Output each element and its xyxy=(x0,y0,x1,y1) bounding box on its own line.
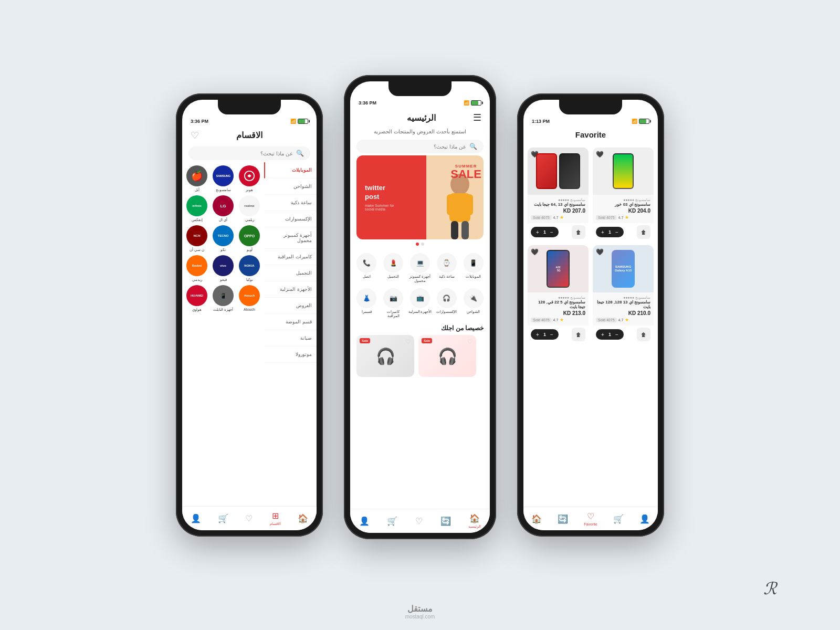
sidebar-item-offers[interactable]: العروض xyxy=(264,298,316,314)
cat-call[interactable]: 📞 اتصل xyxy=(354,253,379,283)
fav-card-2[interactable]: 🖤 سامسونج ●●●●● سامسونج اي 13 ,64 xyxy=(528,148,589,241)
nav-cart-2[interactable]: 🛒 xyxy=(387,516,397,526)
sidebar-item-motorola[interactable]: موتورولا xyxy=(264,346,316,363)
cat-chargers[interactable]: 🔌 الشواحن xyxy=(461,288,486,318)
sidebar-item-accessories[interactable]: الإكسسوارات xyxy=(264,211,316,227)
qty-minus-4[interactable]: − xyxy=(548,331,555,338)
search-input-1[interactable] xyxy=(195,151,293,156)
brand-infinix[interactable]: infinix إنفكس xyxy=(185,195,208,222)
sidebar-item-appliances[interactable]: الأجهزة المنزلية xyxy=(264,281,316,298)
cat-accessories-label: الإكسسوارات xyxy=(436,310,457,314)
cat-mobiles-label: الموبايلات xyxy=(466,275,481,279)
trash-btn-4[interactable]: 🗑 xyxy=(572,328,585,341)
brand-nokia[interactable]: NOKIA نوكيا xyxy=(238,255,261,282)
brand-samsung[interactable]: SAMSUNG سامسونج xyxy=(212,165,235,192)
fav-heart-3[interactable]: 🖤 xyxy=(596,248,604,256)
search-bar-2[interactable]: 🔍 xyxy=(356,140,484,153)
fav-heart-4[interactable]: 🖤 xyxy=(531,248,539,256)
cat-accessories[interactable]: 🎧 الإكسسوارات xyxy=(434,288,459,318)
nav-home-2[interactable]: 🏠 الرئيسيه xyxy=(468,513,481,529)
nav-wishlist-2[interactable]: ♡ xyxy=(415,516,423,526)
brand-huawei[interactable]: HUAWEI هواوي xyxy=(185,285,208,312)
nav-cart-3[interactable]: 🛒 xyxy=(613,514,624,524)
sidebar-item-beauty[interactable]: التجميل xyxy=(264,265,316,281)
qty-minus-1[interactable]: − xyxy=(613,228,621,236)
wishlist-icon-1[interactable]: ♡ xyxy=(191,130,199,141)
qty-plus-2[interactable]: + xyxy=(534,228,541,236)
brand-apple[interactable]: 🍎 أبل xyxy=(185,165,208,192)
brand-apple-logo: 🍎 xyxy=(186,165,207,186)
nav-home-3[interactable]: 🏠 xyxy=(531,514,542,524)
fav-brand-4: سامسونج ●●●●● xyxy=(531,296,585,300)
brand-tecno[interactable]: TECNO نكو xyxy=(212,225,235,252)
sidebar-item-cameras[interactable]: كاميرات المراقبة xyxy=(264,249,316,265)
cat-appliances[interactable]: 📺 الأجهزة المنزلية xyxy=(408,288,433,318)
qty-plus-3[interactable]: + xyxy=(599,331,606,338)
fav-img-2: 🖤 xyxy=(528,148,589,195)
banner-subtitle: make Summer forsocial media xyxy=(365,204,418,211)
nav-profile-2[interactable]: 👤 xyxy=(359,516,370,526)
r-logo: ℛ xyxy=(763,579,777,598)
dot-2 xyxy=(421,243,424,246)
sidebar-item-fashion[interactable]: قسم الموضة xyxy=(264,314,316,330)
sidebar-item-maintenance[interactable]: صيانة xyxy=(264,330,316,346)
nav-refresh-2[interactable]: 🔄 xyxy=(440,516,451,526)
nav-home-1[interactable]: 🏠 xyxy=(298,513,308,523)
trash-btn-3[interactable]: 🗑 xyxy=(637,328,650,341)
cat-mobiles[interactable]: 📱 الموبايلات xyxy=(461,253,486,283)
cat-beauty-label: التجميل xyxy=(387,275,399,279)
fav-name-3: سامسونج اي 13 128, 128 جيجا بايت xyxy=(596,300,650,309)
brand-atouch[interactable]: Atouch Atouch xyxy=(238,285,261,312)
battery-3 xyxy=(639,119,649,124)
fav-card-3[interactable]: 🖤 SAMSUNGGalaxy A13 سامسونج ●●●●● سامسون… xyxy=(593,245,654,343)
sidebar-item-smartwatch[interactable]: ساعة ذكية xyxy=(264,195,316,211)
cat-cameras[interactable]: 📷 كاميرات المراقبة xyxy=(381,288,406,318)
hamburger-menu[interactable]: ☰ xyxy=(473,112,481,123)
cat-laptops[interactable]: 💻 أجهزة كمبيوتر محمول xyxy=(408,253,433,283)
nav-wishlist-1[interactable]: ♡ xyxy=(245,513,253,523)
trash-btn-2[interactable]: 🗑 xyxy=(572,225,585,239)
brand-realme[interactable]: realme ريلمي xyxy=(238,195,261,222)
cat-beauty[interactable]: 💄 التجميل xyxy=(381,253,406,283)
qty-minus-2[interactable]: − xyxy=(548,228,555,236)
fav-heart-1[interactable]: 🖤 xyxy=(596,151,604,158)
nav-categories-1[interactable]: ⊞ الاقسام xyxy=(270,511,281,526)
nav-favorite-3[interactable]: ♡ Favorite xyxy=(584,511,597,526)
product-heart-1[interactable]: ♡ xyxy=(405,338,411,345)
product-heart-2[interactable]: ♡ xyxy=(467,338,473,345)
cat-fashion[interactable]: 👗 قسمرا xyxy=(354,288,379,318)
brand-redmi[interactable]: Redmi ريدمي xyxy=(185,255,208,282)
fav-card-1[interactable]: 🖤 سامسونج ●●●●● سامسونج اي 03 خور 204.0 … xyxy=(593,148,654,241)
qty-plus-1[interactable]: + xyxy=(599,228,606,236)
fav-img-4: 🖤 A225G xyxy=(528,245,589,292)
brand-oppo[interactable]: OPPO أوبو xyxy=(238,225,261,252)
search-input-2[interactable] xyxy=(363,144,466,150)
brand-ncn[interactable]: NCN ن سي أن xyxy=(185,225,208,252)
samsung-dark-2 xyxy=(536,153,557,189)
nav-cart-1[interactable]: 🛒 xyxy=(218,513,228,523)
nav-profile-3[interactable]: 👤 xyxy=(639,514,650,524)
nav-profile-1[interactable]: 👤 xyxy=(191,513,201,523)
sidebar-item-mobiles[interactable]: الموبايلات xyxy=(264,162,316,178)
search-bar-1[interactable]: 🔍 xyxy=(188,146,310,160)
cat-smartwatch[interactable]: ⌚ ساعة ذكية xyxy=(434,253,459,283)
product-airpods-1[interactable]: Sale ♡ 🎧 xyxy=(356,335,414,377)
sidebar-item-chargers[interactable]: الشواحن xyxy=(264,178,316,195)
home-icon-1: 🏠 xyxy=(298,513,308,523)
brand-tablet[interactable]: 📱 أجهزة التابلت xyxy=(212,285,235,312)
qty-minus-3[interactable]: − xyxy=(613,331,621,338)
product-airpods-2[interactable]: Sale ♡ 🎧 xyxy=(418,335,476,377)
fav-card-4[interactable]: 🖤 A225G سامسونج ●●●●● سامسونج اي 5 22 في… xyxy=(528,245,589,343)
p3-header: Favorite xyxy=(523,126,658,143)
brand-honor[interactable]: هونر xyxy=(238,165,261,192)
trash-btn-1[interactable]: 🗑 xyxy=(637,225,650,239)
cats-row-1: 📱 الموبايلات ⌚ ساعة ذكية 💻 أجهزة كمبيوتر… xyxy=(350,249,490,287)
sidebar-item-laptops[interactable]: أجهزة كمبيوتر محمول xyxy=(264,227,316,249)
brand-samsung-logo: SAMSUNG xyxy=(213,165,234,186)
qty-num-2: 1 xyxy=(543,229,546,235)
brand-lg[interactable]: LG أي ال xyxy=(212,195,235,222)
nav-refresh-3[interactable]: 🔄 xyxy=(558,514,568,524)
qty-plus-4[interactable]: + xyxy=(534,331,541,338)
signal-icon-1: 📶 xyxy=(290,119,296,124)
brand-vivo[interactable]: vivo فيفو xyxy=(212,255,235,282)
